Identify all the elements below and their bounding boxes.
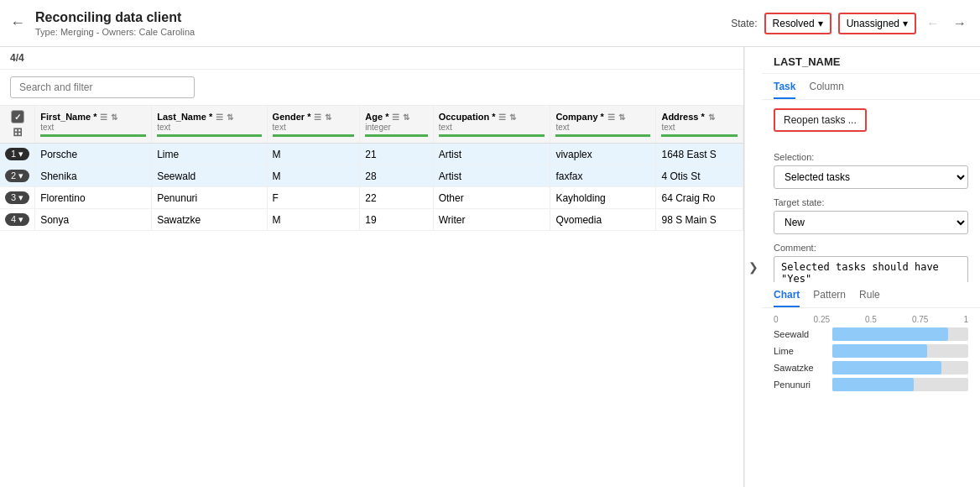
col-sort-icon-occupation[interactable]: ⇅ bbox=[509, 113, 516, 122]
left-panel: 4/4 ✓ ⊞ First_ bbox=[0, 47, 744, 487]
col-bar-age bbox=[365, 134, 427, 137]
chevron-down-icon: ▾ bbox=[818, 18, 823, 29]
cell-address: 1648 East S bbox=[656, 144, 743, 165]
table-row[interactable]: 3 ▾FlorentinoPenunuriF22OtherKayholding6… bbox=[0, 187, 743, 209]
chart-tab-pattern[interactable]: Pattern bbox=[813, 289, 846, 307]
right-panel: LAST_NAME Task Column Reopen tasks ... S… bbox=[762, 47, 980, 487]
cell-company: Qvomedia bbox=[550, 209, 656, 231]
chart-bar-fill bbox=[832, 344, 927, 358]
data-table-container: ✓ ⊞ First_Name * ☰ ⇅ text bbox=[0, 106, 743, 487]
cell-gender: M bbox=[267, 144, 360, 165]
cell-occupation: Writer bbox=[433, 209, 550, 231]
col-bar-occupation bbox=[439, 134, 545, 137]
col-sort-icon-address[interactable]: ⇅ bbox=[708, 113, 715, 122]
row-badge[interactable]: 4 ▾ bbox=[5, 213, 29, 226]
row-badge[interactable]: 1 ▾ bbox=[5, 148, 29, 160]
col-header-check: ✓ ⊞ bbox=[0, 106, 35, 144]
top-header: ← Reconciling data client Type: Merging … bbox=[0, 0, 980, 47]
axis-label-75: 0.75 bbox=[912, 315, 928, 324]
col-filter-icon-occupation[interactable]: ☰ bbox=[498, 113, 506, 122]
chart-tab-rule[interactable]: Rule bbox=[859, 289, 880, 307]
cell-company: faxfax bbox=[550, 165, 656, 187]
row-badge[interactable]: 2 ▾ bbox=[5, 170, 29, 182]
col-header-age: Age * ☰ ⇅ integer bbox=[360, 106, 433, 144]
page-subtitle: Type: Merging - Owners: Cale Carolina bbox=[35, 27, 731, 37]
right-panel-tabs: Task Column bbox=[762, 74, 980, 100]
cell-age: 28 bbox=[360, 165, 433, 187]
cell-first-name: Sonya bbox=[35, 209, 152, 231]
cell-last-name: Penunuri bbox=[152, 187, 267, 209]
cell-occupation: Other bbox=[433, 187, 550, 209]
back-button[interactable]: ← bbox=[10, 14, 25, 32]
record-count: 4/4 bbox=[10, 52, 24, 64]
search-input[interactable] bbox=[10, 76, 195, 98]
col-bar-last-name bbox=[157, 134, 261, 137]
tab-task[interactable]: Task bbox=[774, 81, 795, 99]
cell-last-name: Sawatzke bbox=[152, 209, 267, 231]
col-type-age: integer bbox=[365, 123, 427, 132]
col-filter-icon-last-name[interactable]: ☰ bbox=[216, 113, 223, 122]
next-nav-button[interactable]: → bbox=[950, 13, 970, 34]
prev-nav-button[interactable]: ← bbox=[923, 13, 943, 34]
cell-address: 64 Craig Ro bbox=[656, 187, 743, 209]
target-state-select[interactable]: New In Progress Done bbox=[774, 211, 968, 234]
row-num-cell: 4 ▾ bbox=[0, 209, 35, 231]
col-sort-icon-gender[interactable]: ⇅ bbox=[325, 113, 331, 122]
col-filter-icon-first-name[interactable]: ☰ bbox=[100, 113, 107, 122]
panel-title: LAST_NAME bbox=[774, 55, 968, 68]
col-header-occupation: Occupation * ☰ ⇅ text bbox=[433, 106, 550, 144]
col-sort-icon-age[interactable]: ⇅ bbox=[403, 113, 409, 122]
axis-label-50: 0.5 bbox=[865, 315, 877, 324]
cell-age: 21 bbox=[360, 144, 433, 165]
col-sort-icon-company[interactable]: ⇅ bbox=[618, 113, 625, 122]
col-sort-icon-last-name[interactable]: ⇅ bbox=[227, 113, 233, 122]
axis-label-100: 1 bbox=[963, 315, 968, 324]
select-all-checkbox[interactable]: ✓ bbox=[11, 110, 24, 123]
chart-tab-chart[interactable]: Chart bbox=[774, 289, 800, 307]
header-controls: State: Resolved ▾ Unassigned ▾ ← → bbox=[731, 13, 970, 34]
col-filter-icon-company[interactable]: ☰ bbox=[607, 113, 615, 122]
table-header-row: ✓ ⊞ First_Name * ☰ ⇅ text bbox=[0, 106, 743, 144]
table-row[interactable]: 2 ▾ShenikaSeewaldM28Artistfaxfax4 Otis S… bbox=[0, 165, 743, 187]
row-badge[interactable]: 3 ▾ bbox=[5, 191, 29, 204]
chart-bar-label: Seewald bbox=[774, 329, 832, 339]
col-filter-icon-gender[interactable]: ☰ bbox=[314, 113, 321, 122]
chart-bar-row: Penunuri bbox=[774, 378, 968, 391]
collapse-arrow[interactable]: ❯ bbox=[744, 47, 762, 487]
tab-column[interactable]: Column bbox=[809, 81, 843, 99]
col-header-last-name: Last_Name * ☰ ⇅ text bbox=[152, 106, 267, 144]
col-type-occupation: text bbox=[439, 123, 545, 132]
title-area: Reconciling data client Type: Merging - … bbox=[35, 10, 731, 37]
cell-age: 22 bbox=[360, 187, 433, 209]
col-header-company: Company * ☰ ⇅ text bbox=[550, 106, 656, 144]
row-num-cell: 3 ▾ bbox=[0, 187, 35, 209]
chart-bar-track bbox=[832, 327, 968, 341]
grid-icon[interactable]: ⊞ bbox=[13, 125, 23, 139]
col-header-gender: Gender * ☰ ⇅ text bbox=[267, 106, 360, 144]
col-sort-icon-first-name[interactable]: ⇅ bbox=[111, 113, 117, 122]
comment-label: Comment: bbox=[774, 243, 968, 253]
reopen-tasks-button[interactable]: Reopen tasks ... bbox=[774, 108, 867, 132]
chart-bar-row: Lime bbox=[774, 344, 968, 358]
col-label-address: Address * bbox=[661, 112, 704, 122]
selection-select[interactable]: Selected tasks All tasks Current task bbox=[774, 165, 968, 189]
state-label: State: bbox=[731, 18, 757, 29]
cell-company: vivaplex bbox=[550, 144, 656, 165]
col-bar-gender bbox=[273, 134, 355, 137]
chevron-down-icon: ▾ bbox=[903, 18, 908, 29]
right-panel-header: LAST_NAME bbox=[762, 47, 980, 74]
cell-gender: M bbox=[267, 209, 360, 231]
col-bar-first-name bbox=[40, 134, 146, 137]
chart-bar-row: Sawatzke bbox=[774, 361, 968, 374]
table-row[interactable]: 4 ▾SonyaSawatzkeM19WriterQvomedia98 S Ma… bbox=[0, 209, 743, 231]
cell-gender: F bbox=[267, 187, 360, 209]
cell-company: Kayholding bbox=[550, 187, 656, 209]
assignee-dropdown[interactable]: Unassigned ▾ bbox=[838, 13, 916, 34]
comment-textarea[interactable]: Selected tasks should have "Yes" bbox=[774, 256, 968, 282]
cell-last-name: Seewald bbox=[152, 165, 267, 187]
chart-bar-row: Seewald bbox=[774, 327, 968, 341]
col-type-last-name: text bbox=[157, 123, 261, 132]
col-filter-icon-age[interactable]: ☰ bbox=[392, 113, 399, 122]
table-row[interactable]: 1 ▾PorscheLimeM21Artistvivaplex1648 East… bbox=[0, 144, 743, 165]
state-dropdown[interactable]: Resolved ▾ bbox=[764, 13, 831, 34]
